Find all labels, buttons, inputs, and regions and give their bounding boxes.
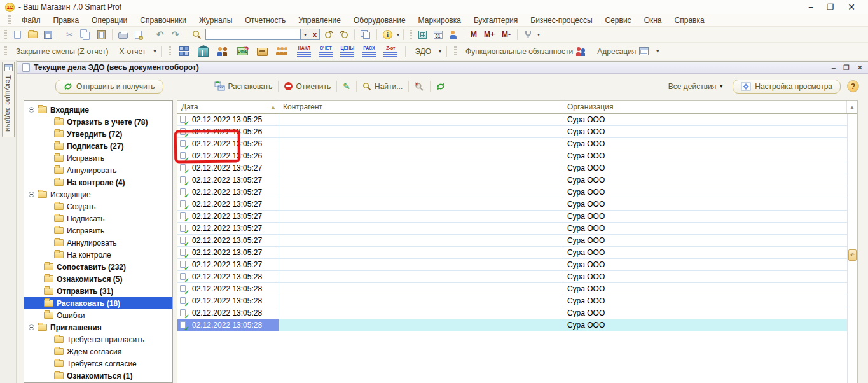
tree-item[interactable]: Отправить (31) bbox=[24, 285, 172, 297]
edo-caret-icon[interactable]: ▾ bbox=[439, 48, 441, 54]
menu-item-11[interactable]: Сервис bbox=[600, 15, 637, 26]
refresh-button[interactable] bbox=[432, 81, 449, 92]
tree-item[interactable]: Входящие bbox=[24, 104, 172, 116]
cell-date[interactable]: ✓02.12.2022 13:05:26 bbox=[177, 150, 279, 162]
tree-item[interactable]: Требуется пригласить bbox=[24, 333, 172, 345]
cell-date[interactable]: ✓02.12.2022 13:05:27 bbox=[177, 223, 279, 234]
cell-date[interactable]: ✓02.12.2022 13:05:26 bbox=[177, 138, 279, 150]
employees-group-icon[interactable] bbox=[273, 45, 291, 58]
cell-organization[interactable]: Сура ООО bbox=[563, 283, 847, 295]
menu-item-5[interactable]: Отчетность bbox=[239, 15, 291, 26]
view-settings-button[interactable]: Настройка просмотра bbox=[733, 80, 841, 94]
table-row[interactable]: ✓02.12.2022 13:05:27Сура ООО bbox=[177, 162, 847, 174]
cell-date[interactable]: ✓02.12.2022 13:05:26 bbox=[177, 126, 279, 137]
menu-item-4[interactable]: Журналы bbox=[193, 15, 238, 26]
cell-organization[interactable]: Сура ООО bbox=[563, 259, 847, 270]
menu-item-8[interactable]: Маркировка bbox=[413, 15, 467, 26]
tree-expander-icon[interactable] bbox=[29, 192, 34, 197]
edit-button[interactable]: ✎ bbox=[339, 81, 354, 92]
paste-icon[interactable] bbox=[94, 28, 108, 41]
cancel-search-button[interactable] bbox=[411, 81, 428, 92]
cell-date[interactable]: ✓02.12.2022 13:05:27 bbox=[177, 198, 279, 210]
cell-counterparty[interactable] bbox=[279, 114, 563, 125]
cell-counterparty[interactable] bbox=[279, 162, 563, 174]
restore-button[interactable]: ❐ bbox=[827, 0, 834, 14]
redo-icon[interactable]: ↷ bbox=[169, 28, 182, 41]
find-button[interactable]: Найти... bbox=[359, 81, 406, 92]
tree-item[interactable]: Требуется согласие bbox=[24, 358, 172, 370]
copy-icon[interactable] bbox=[78, 28, 92, 41]
cell-date[interactable]: ✓02.12.2022 13:05:27 bbox=[177, 235, 279, 246]
menu-item-1[interactable]: Правка bbox=[48, 15, 85, 26]
x-report-caret-icon[interactable]: ▾ bbox=[153, 48, 156, 54]
copy-window-icon[interactable] bbox=[359, 28, 373, 41]
money-rates-icon[interactable]: Dm€ bbox=[234, 45, 251, 58]
table-row[interactable]: ✓02.12.2022 13:05:26Сура ООО bbox=[177, 150, 847, 162]
toolbar2-grip[interactable] bbox=[4, 46, 7, 56]
tree-item[interactable]: Утвердить (72) bbox=[24, 128, 172, 140]
unpack-button[interactable]: Распаковать bbox=[210, 80, 277, 92]
menu-item-6[interactable]: Управление bbox=[293, 15, 347, 26]
calculator-icon[interactable] bbox=[416, 28, 429, 41]
table-row[interactable]: ✓02.12.2022 13:05:27Сура ООО bbox=[177, 223, 847, 235]
table-row[interactable]: ✓02.12.2022 13:05:28Сура ООО bbox=[177, 283, 847, 295]
tree-item[interactable]: Ждем согласия bbox=[24, 345, 172, 358]
cell-counterparty[interactable] bbox=[279, 307, 563, 319]
tree-item[interactable]: Подписать bbox=[24, 212, 172, 225]
column-header-organization[interactable]: Организация bbox=[563, 101, 847, 113]
cell-organization[interactable]: Сура ООО bbox=[563, 174, 847, 186]
cell-counterparty[interactable] bbox=[279, 295, 563, 307]
cell-organization[interactable]: Сура ООО bbox=[563, 162, 847, 174]
addressing-caret-icon[interactable]: ▾ bbox=[656, 48, 659, 54]
cell-counterparty[interactable] bbox=[279, 319, 563, 331]
column-header-date[interactable]: Дата ▲ bbox=[177, 101, 279, 113]
search-dropdown-icon[interactable]: ▾ bbox=[301, 29, 310, 40]
table-row[interactable]: ✓02.12.2022 13:05:27Сура ООО bbox=[177, 211, 847, 223]
cell-counterparty[interactable] bbox=[279, 247, 563, 258]
table-row[interactable]: ✓02.12.2022 13:05:28Сура ООО bbox=[177, 319, 847, 331]
tree-item[interactable]: Аннулировать bbox=[24, 237, 172, 249]
counterparties-icon[interactable] bbox=[214, 45, 231, 58]
cell-date[interactable]: ✓02.12.2022 13:05:27 bbox=[177, 162, 279, 174]
table-row[interactable]: ✓02.12.2022 13:05:26Сура ООО bbox=[177, 138, 847, 150]
x-report-button[interactable]: X-отчет bbox=[115, 46, 149, 57]
cell-counterparty[interactable] bbox=[279, 283, 563, 295]
send-receive-button[interactable]: Отправить и получить bbox=[55, 80, 163, 94]
scrollbar-thumb[interactable]: ↶ bbox=[848, 249, 857, 261]
cell-organization[interactable]: Сура ООО bbox=[563, 186, 847, 198]
menu-item-9[interactable]: Бухгалтерия bbox=[468, 15, 523, 26]
cell-date[interactable]: ✓02.12.2022 13:05:25 bbox=[177, 114, 279, 125]
cell-counterparty[interactable] bbox=[279, 211, 563, 222]
cell-date[interactable]: ✓02.12.2022 13:05:28 bbox=[177, 283, 279, 295]
table-row[interactable]: ✓02.12.2022 13:05:28Сура ООО bbox=[177, 295, 847, 307]
undo-icon[interactable]: ↶ bbox=[153, 28, 167, 41]
edo-close-button[interactable]: ✕ bbox=[857, 64, 863, 72]
addressing-button[interactable]: Адресация bbox=[593, 46, 652, 57]
tree-item[interactable]: Ознакомиться (5) bbox=[24, 273, 172, 285]
tree-item[interactable]: Распаковать (18) bbox=[24, 297, 172, 309]
edo-restore-button[interactable]: ❐ bbox=[843, 64, 850, 72]
cell-date[interactable]: ✓02.12.2022 13:05:28 bbox=[177, 271, 279, 282]
cell-organization[interactable]: Сура ООО bbox=[563, 223, 847, 234]
search-clear-icon[interactable]: x bbox=[310, 29, 320, 40]
functional-duties-button[interactable]: Функциональные обязанности bbox=[462, 46, 590, 57]
tree-item[interactable]: Сопоставить (232) bbox=[24, 261, 172, 273]
tree-item[interactable]: Исходящие bbox=[24, 188, 172, 200]
cell-organization[interactable]: Сура ООО bbox=[563, 126, 847, 137]
cell-organization[interactable]: Сура ООО bbox=[563, 138, 847, 150]
service-caret-icon[interactable]: ▾ bbox=[537, 32, 540, 38]
cell-date[interactable]: ✓02.12.2022 13:05:28 bbox=[177, 295, 279, 307]
menu-item-0[interactable]: Файл bbox=[16, 15, 46, 26]
tree-item[interactable]: Исправить bbox=[24, 152, 172, 164]
doc-shortcut-icon-4[interactable]: Z-от bbox=[381, 45, 400, 57]
edo-minimize-button[interactable]: – bbox=[832, 64, 836, 72]
save-icon[interactable] bbox=[41, 28, 55, 41]
table-row[interactable]: ✓02.12.2022 13:05:27Сура ООО bbox=[177, 247, 847, 259]
memory-minus-button[interactable]: M- bbox=[499, 30, 513, 39]
table-row[interactable]: ✓02.12.2022 13:05:25Сура ООО bbox=[177, 114, 847, 126]
cell-counterparty[interactable] bbox=[279, 150, 563, 162]
cell-counterparty[interactable] bbox=[279, 186, 563, 198]
cell-organization[interactable]: Сура ООО bbox=[563, 198, 847, 210]
cell-counterparty[interactable] bbox=[279, 271, 563, 282]
search-input[interactable] bbox=[205, 29, 301, 40]
